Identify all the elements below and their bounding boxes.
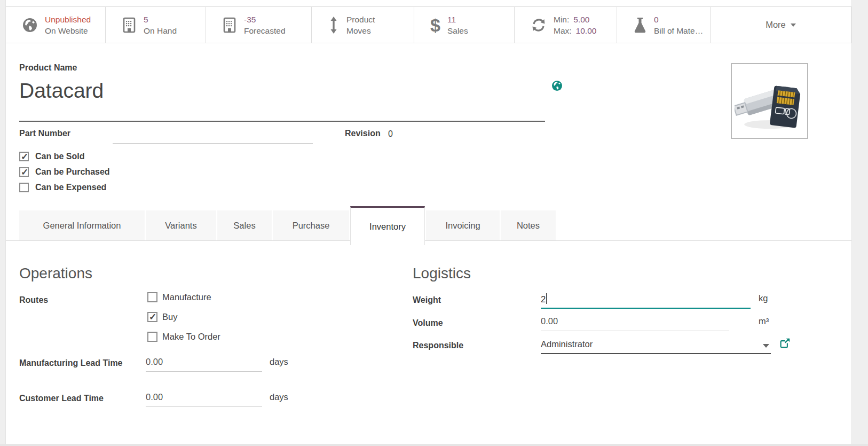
responsible-select[interactable]: Administrator bbox=[541, 339, 593, 349]
more-button[interactable]: More bbox=[711, 7, 851, 43]
on-website-button[interactable]: Unpublished On Website bbox=[6, 7, 106, 43]
max-label: Max: bbox=[554, 25, 572, 36]
volume-underline bbox=[541, 331, 729, 331]
can-be-expensed-label: Can be Expensed bbox=[35, 183, 106, 192]
notebook-tabs: General Information Variants Sales Purch… bbox=[19, 206, 557, 245]
tab-sales[interactable]: Sales bbox=[217, 210, 272, 240]
make-to-order-label: Make To Order bbox=[162, 332, 220, 342]
bom-label: Bill of Mate… bbox=[654, 25, 703, 36]
responsible-label: Responsible bbox=[413, 338, 463, 353]
revision-value: 0 bbox=[388, 129, 393, 139]
bom-value: 0 bbox=[654, 14, 703, 25]
on-hand-value: 5 bbox=[144, 14, 177, 25]
bill-of-materials-button[interactable]: 0 Bill of Mate… bbox=[617, 7, 711, 43]
on-hand-button[interactable]: 5 On Hand bbox=[106, 7, 206, 43]
can-be-purchased-checkbox[interactable]: ✓ bbox=[19, 167, 29, 177]
chevron-down-icon bbox=[791, 24, 796, 27]
route-make-to-order-row: ✓ Make To Order bbox=[147, 332, 220, 342]
routes-label: Routes bbox=[19, 292, 48, 308]
route-buy-row: ✓ Buy bbox=[147, 312, 177, 322]
min-label: Min: bbox=[554, 14, 569, 25]
refresh-icon bbox=[531, 17, 547, 33]
manufacturing-lead-time-underline bbox=[146, 371, 262, 372]
flask-icon bbox=[633, 17, 647, 33]
tab-variants[interactable]: Variants bbox=[146, 210, 216, 240]
weight-value: 2 bbox=[541, 294, 546, 304]
on-hand-label: On Hand bbox=[144, 25, 177, 36]
route-manufacture-row: ✓ Manufacture bbox=[147, 292, 211, 302]
can-be-sold-checkbox[interactable]: ✓ bbox=[19, 152, 29, 161]
forecasted-label: Forecasted bbox=[244, 25, 286, 36]
operations-heading: Operations bbox=[19, 265, 92, 282]
can-be-purchased-label: Can be Purchased bbox=[35, 167, 110, 177]
manufacturing-lead-time-input[interactable]: 0.00 bbox=[146, 357, 163, 367]
product-moves-line1: Product bbox=[346, 14, 375, 25]
manufacturing-lead-time-unit: days bbox=[270, 357, 288, 367]
customer-lead-time-underline bbox=[146, 406, 262, 407]
tab-general-information[interactable]: General Information bbox=[19, 210, 145, 240]
weight-unit: kg bbox=[759, 293, 768, 303]
product-name-label: Product Name bbox=[19, 63, 77, 73]
building-icon bbox=[222, 17, 237, 33]
viewport-bottom-edge bbox=[0, 444, 868, 446]
part-number-label: Part Number bbox=[19, 129, 70, 138]
globe-icon bbox=[22, 17, 38, 33]
more-label: More bbox=[766, 20, 786, 30]
responsible-underline bbox=[541, 353, 771, 354]
max-value: 10.00 bbox=[576, 25, 597, 36]
building-icon bbox=[122, 17, 137, 33]
weight-underline-focused bbox=[541, 308, 751, 309]
weight-label: Weight bbox=[413, 292, 441, 308]
can-be-expensed-row: ✓ Can be Expensed bbox=[19, 181, 106, 194]
min-value: 5.00 bbox=[573, 14, 589, 25]
customer-lead-time-label: Customer Lead Time bbox=[19, 390, 104, 406]
website-label: On Website bbox=[45, 25, 91, 36]
weight-input[interactable]: 2 bbox=[541, 293, 547, 304]
arrows-vertical-icon bbox=[328, 17, 340, 34]
manufacturing-lead-time-label: Manufacturing Lead Time bbox=[19, 355, 129, 371]
revision-label: Revision bbox=[345, 129, 381, 138]
manufacture-label: Manufacture bbox=[162, 292, 211, 302]
part-number-input[interactable] bbox=[113, 130, 313, 144]
chevron-down-icon[interactable] bbox=[763, 344, 769, 348]
product-form-screen: Unpublished On Website 5 On Hand -35 bbox=[0, 0, 868, 446]
stat-button-box: Unpublished On Website 5 On Hand -35 bbox=[6, 6, 851, 43]
volume-label: Volume bbox=[413, 315, 443, 331]
customer-lead-time-unit: days bbox=[270, 392, 288, 402]
customer-lead-time-input[interactable]: 0.00 bbox=[146, 392, 163, 402]
buy-checkbox[interactable]: ✓ bbox=[147, 312, 157, 322]
can-be-sold-row: ✓ Can be Sold bbox=[19, 150, 84, 163]
volume-unit: m³ bbox=[759, 316, 769, 326]
can-be-sold-label: Can be Sold bbox=[35, 152, 84, 161]
tab-inventory[interactable]: Inventory bbox=[350, 206, 425, 245]
forecasted-value: -35 bbox=[244, 14, 286, 25]
tab-notes[interactable]: Notes bbox=[501, 210, 556, 240]
buy-label: Buy bbox=[162, 312, 177, 322]
tab-purchase[interactable]: Purchase bbox=[273, 210, 349, 240]
can-be-purchased-row: ✓ Can be Purchased bbox=[19, 166, 110, 178]
dollar-icon: $ bbox=[430, 17, 440, 33]
sales-value: 11 bbox=[447, 14, 468, 25]
can-be-expensed-checkbox[interactable]: ✓ bbox=[19, 183, 29, 192]
website-published-globe-icon[interactable] bbox=[551, 80, 563, 93]
text-cursor bbox=[546, 293, 547, 304]
external-link-icon[interactable] bbox=[779, 338, 791, 351]
form-sheet: Unpublished On Website 5 On Hand -35 bbox=[5, 0, 852, 446]
volume-input[interactable]: 0.00 bbox=[541, 316, 558, 326]
reordering-rules-button[interactable]: Min:5.00 Max:10.00 bbox=[515, 7, 617, 43]
product-name-input[interactable]: Datacard bbox=[19, 79, 545, 103]
forecasted-button[interactable]: -35 Forecasted bbox=[206, 7, 312, 43]
website-status: Unpublished bbox=[45, 14, 91, 25]
manufacture-checkbox[interactable]: ✓ bbox=[147, 292, 157, 302]
sales-label: Sales bbox=[447, 25, 468, 36]
make-to-order-checkbox[interactable]: ✓ bbox=[147, 332, 157, 342]
sales-button[interactable]: $ 11 Sales bbox=[414, 7, 515, 43]
logistics-heading: Logistics bbox=[413, 265, 471, 282]
product-moves-line2: Moves bbox=[346, 25, 375, 36]
product-name-underline bbox=[19, 121, 545, 122]
tab-invoicing[interactable]: Invoicing bbox=[426, 210, 500, 240]
product-moves-button[interactable]: Product Moves bbox=[312, 7, 414, 43]
product-image[interactable] bbox=[731, 63, 808, 139]
